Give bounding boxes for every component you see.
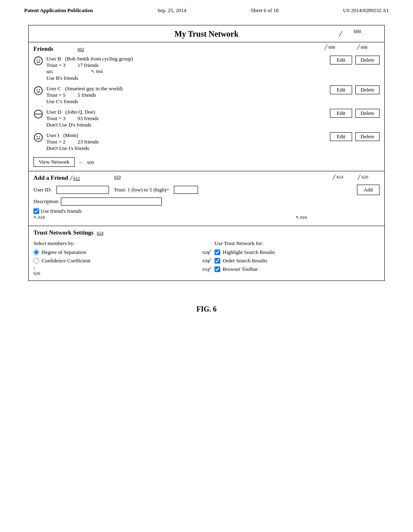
browser-row: 632 ╱ Browser Toolbar [215,266,380,272]
user-b-use-friends: Use B's friends [46,75,330,81]
user-b-friends: 17 friends ↖ 604 [77,62,98,69]
ref-608-label: ╱ 608 [357,45,367,50]
description-label: Description: [33,198,59,205]
user-row-i: User I (Mom) Trust = 2 23 friends Don't … [33,132,380,152]
arrow-628: ╱ [208,250,211,255]
user-c-actions: Edit Delete [330,85,380,94]
add-friend-button[interactable]: Add [357,185,380,195]
delete-user-c-button[interactable]: Delete [355,85,380,94]
order-row: 630 ╱ Order Search Results [215,258,380,264]
confidence-label: Confidence Coefficient [42,258,90,264]
friends-header: Friends [33,46,53,52]
friends-section: Friends 602 ╱ 606 ╱ 608 [29,42,384,171]
ref-626-label: 626 [33,271,40,276]
user-i-use-friends: Don't Use I's friends [46,145,330,152]
trust-input[interactable] [174,186,198,194]
user-d-id: User D [46,109,61,115]
arrow-630: ╱ [208,258,211,264]
use-trust-col: Use Trust Network for: 628 ╱ Highlight S… [215,240,380,276]
use-for-label: Use Trust Network for: [215,240,380,247]
sheet-label: Sheet 6 of 18 [251,7,279,14]
svg-point-5 [39,89,40,90]
degree-radio[interactable] [33,249,39,255]
ref-604-arrow: ↖ 604 [91,69,102,74]
use-friends-checkbox[interactable] [33,208,39,214]
trust-label: Trust: 1 (low) to 5 (high)= [114,187,169,193]
user-c-use-friends: Use C's friends [46,98,330,105]
userid-trust-row: User ID: Trust: 1 (low) to 5 (high)= Add [33,185,380,195]
userid-input[interactable] [56,186,109,194]
user-info-i: User I (Mom) Trust = 2 23 friends Don't … [46,132,330,152]
page-header: Patent Application Publication Sep. 25, … [0,0,413,17]
trust-network-panel: My Trust Network ╱ 600 Friends 602 ╱ 606… [28,25,385,281]
user-i-id: User I [46,132,59,138]
description-input[interactable] [61,197,162,206]
edit-user-b-button[interactable]: Edit [330,56,352,64]
ref-610-label: 610 [114,175,121,179]
smiley-icon-b [33,56,43,66]
delete-user-d-button[interactable]: Delete [355,109,380,118]
highlight-label: Highlight Search Results [223,249,275,256]
view-network-row: View Network ← 609 [33,156,380,169]
confidence-radio[interactable] [33,258,39,264]
delete-user-i-button[interactable]: Delete [355,132,380,141]
user-info-d: User D (John Q. Doe) Trust = 3 93 friend… [46,109,330,128]
arrow-618: ↖ 618 [33,215,45,220]
user-b-actions: Edit Delete [330,56,380,64]
radio-degree-row: Degree of Separation [33,249,198,256]
svg-point-1 [37,60,38,60]
order-checkbox[interactable] [215,258,220,264]
blocked-icon-d [33,109,43,119]
use-friends-row: Use friend's friends ↖ 618 ↖ 616 [33,208,380,214]
arrow-620: ╱ 620 [358,175,368,180]
user-i-trust: Trust = 2 [46,139,65,145]
arrow-600-icon: ╱ [339,31,342,37]
description-row: Description: [33,197,380,206]
arrow-632: ╱ [208,267,211,272]
trust-network-settings-section: Trust Network Settings 624 Select member… [29,226,384,281]
svg-point-9 [37,136,38,137]
arrow-626: ↑ [33,266,36,271]
highlight-row: 628 ╱ Highlight Search Results [215,249,380,256]
trust-network-title: My Trust Network ╱ 600 [29,25,384,42]
smiley-icon-i [33,133,43,142]
svg-point-8 [34,133,42,141]
settings-header: Trust Network Settings [33,229,94,236]
user-i-friends: 23 friends [77,139,98,145]
friends-ref: 602 [77,47,84,52]
ref-609-label: 609 [87,160,94,165]
user-d-name: (John Q. Doe) [65,109,95,115]
user-c-trust: Trust = 5 [46,92,65,98]
highlight-checkbox[interactable] [215,249,220,255]
ref-606-label: ╱ 606 [325,45,335,50]
settings-header-row: Trust Network Settings 624 [33,229,380,236]
svg-point-10 [39,136,40,137]
svg-point-3 [34,87,42,95]
radio-confidence-row: Confidence Coefficient [33,258,198,264]
settings-columns: Select members by: Degree of Separation … [33,240,380,276]
main-content: My Trust Network ╱ 600 Friends 602 ╱ 606… [0,17,413,330]
svg-point-0 [34,57,42,65]
arrow-616: ↖ 616 [296,215,307,220]
edit-user-i-button[interactable]: Edit [330,132,352,141]
browser-checkbox[interactable] [215,266,220,272]
user-b-trust: Trust = 3 605 [46,62,65,69]
user-d-trust: Trust = 3 [46,115,65,122]
edit-user-c-button[interactable]: Edit [330,85,352,94]
user-info-c: User C (Smartest guy in the world) Trust… [46,85,330,105]
user-row-b: User B (Bob Smith from cycling group) Tr… [33,56,380,81]
edit-user-d-button[interactable]: Edit [330,109,352,118]
user-b-id: User B [46,56,61,62]
user-d-use-friends: Don't Use D's friends [46,122,330,128]
degree-label: Degree of Separation [42,249,86,256]
view-network-button[interactable]: View Network [33,157,75,167]
arrow-612: ╱ [70,176,73,181]
select-members-col: Select members by: Degree of Separation … [33,240,198,276]
userid-label: User ID: [33,187,52,193]
smiley-icon-c [33,86,43,96]
ref-600-label: 600 [354,29,361,35]
delete-user-b-button[interactable]: Delete [355,56,380,64]
browser-label: Browser Toolbar [223,266,258,272]
user-info-b: User B (Bob Smith from cycling group) Tr… [46,56,330,81]
user-b-name: (Bob Smith from cycling group) [65,56,133,62]
